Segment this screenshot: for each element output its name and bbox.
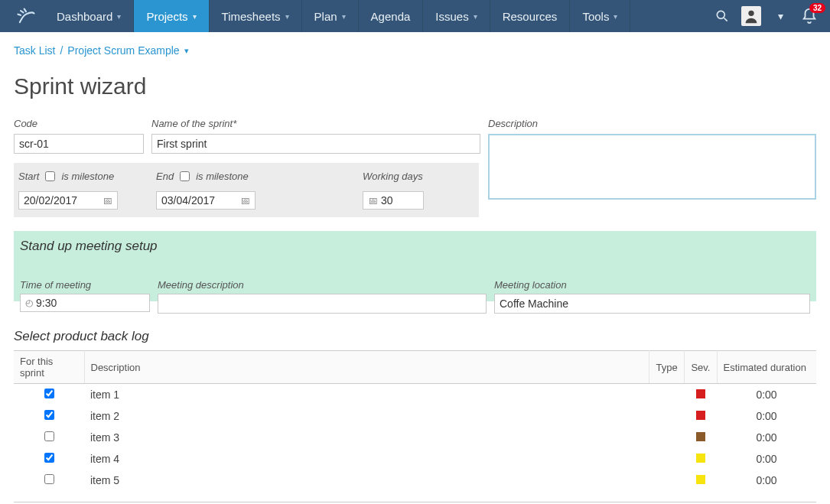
nav-item-dashboard[interactable]: Dashboard▾	[44, 0, 134, 32]
nav-item-plan[interactable]: Plan▾	[302, 0, 359, 32]
row-description: item 3	[84, 427, 649, 448]
nav-item-label: Dashboard	[57, 10, 112, 23]
severity-swatch	[696, 411, 705, 420]
svg-line-1	[724, 18, 727, 21]
nav-item-label: Agenda	[371, 10, 411, 23]
row-checkbox[interactable]	[44, 431, 54, 441]
nav-item-issues[interactable]: Issues▾	[423, 0, 490, 32]
code-input[interactable]	[14, 134, 144, 154]
backlog-table: For this sprint Description Type Sev. Es…	[14, 350, 816, 491]
meeting-loc-label: Meeting location	[494, 279, 810, 291]
col-severity[interactable]: Sev.	[685, 351, 717, 384]
row-duration: 0:00	[717, 405, 816, 427]
notifications-button[interactable]: 32	[799, 6, 819, 26]
code-label: Code	[14, 118, 144, 129]
name-input[interactable]	[151, 134, 480, 154]
end-milestone-checkbox[interactable]	[180, 171, 190, 181]
svg-point-0	[717, 11, 724, 18]
row-type	[649, 448, 685, 470]
chevron-down-icon: ▾	[614, 12, 617, 21]
row-description: item 5	[84, 470, 649, 491]
avatar-menu[interactable]: ▾	[770, 6, 790, 26]
name-label: Name of the sprint*	[151, 118, 480, 129]
row-description: item 1	[84, 384, 649, 406]
page-title: Sprint wizard	[14, 73, 816, 99]
meeting-loc-input[interactable]	[494, 294, 810, 314]
table-row: item 50:00	[14, 470, 816, 491]
description-textarea[interactable]	[488, 134, 816, 200]
row-severity	[685, 470, 717, 491]
col-type[interactable]: Type	[649, 351, 685, 384]
col-description[interactable]: Description	[84, 351, 649, 384]
breadcrumb-project[interactable]: Project Scrum Example	[67, 44, 179, 57]
meeting-time-input[interactable]: ◴ 9:30	[20, 294, 150, 312]
start-label: Start is milestone	[18, 171, 148, 182]
working-days-label: Working days	[363, 171, 424, 182]
nav-item-label: Resources	[503, 10, 558, 23]
standup-title: Stand up meeting setup	[20, 239, 810, 254]
chevron-down-icon[interactable]: ▾	[184, 46, 189, 56]
nav-item-timesheets[interactable]: Timesheets▾	[210, 0, 302, 32]
calendar-icon: 📅︎	[103, 195, 112, 206]
nav-item-label: Tools	[582, 10, 609, 23]
chevron-down-icon: ▾	[285, 12, 289, 21]
row-severity	[685, 405, 717, 427]
row-duration: 0:00	[717, 384, 816, 406]
search-icon	[714, 8, 730, 24]
row-checkbox[interactable]	[44, 389, 54, 398]
nav-item-label: Projects	[146, 10, 187, 23]
row-checkbox[interactable]	[44, 474, 54, 484]
working-days-input[interactable]: 📅︎ 30	[363, 191, 424, 210]
start-milestone-checkbox[interactable]	[45, 171, 55, 181]
calendar-icon: 📅︎	[368, 195, 378, 206]
nav-item-label: Issues	[435, 10, 468, 23]
chevron-down-icon: ▾	[117, 12, 121, 21]
app-logo[interactable]	[8, 0, 44, 32]
breadcrumb: Task List / Project Scrum Example ▾	[14, 44, 816, 57]
row-checkbox[interactable]	[44, 410, 54, 420]
row-description: item 4	[84, 448, 649, 470]
nav-item-projects[interactable]: Projects▾	[134, 0, 209, 32]
row-type	[649, 405, 685, 427]
chevron-down-icon: ▾	[193, 12, 197, 21]
end-date-input[interactable]: 03/04/2017 📅︎	[156, 191, 256, 210]
calendar-icon: 📅︎	[240, 195, 250, 206]
search-button[interactable]	[712, 6, 732, 26]
row-duration: 0:00	[717, 470, 816, 491]
chevron-down-icon: ▾	[474, 12, 477, 21]
notification-badge: 32	[809, 3, 825, 13]
chevron-down-icon: ▾	[342, 12, 346, 21]
nav-item-label: Timesheets	[222, 10, 281, 23]
breadcrumb-separator: /	[60, 44, 63, 57]
row-severity	[685, 427, 717, 448]
col-duration[interactable]: Estimated duration	[717, 351, 816, 384]
row-description: item 2	[84, 405, 649, 427]
severity-swatch	[696, 475, 705, 484]
col-for-sprint[interactable]: For this sprint	[14, 351, 84, 384]
row-checkbox[interactable]	[44, 453, 54, 463]
svg-point-2	[748, 11, 754, 16]
start-milestone-label: is milestone	[61, 171, 114, 182]
end-label: End is milestone	[156, 171, 355, 182]
row-severity	[685, 384, 717, 406]
meeting-desc-input[interactable]	[158, 294, 487, 314]
nav-item-resources[interactable]: Resources	[490, 0, 571, 32]
nav-item-agenda[interactable]: Agenda	[359, 0, 424, 32]
description-label: Description	[488, 118, 816, 129]
start-date-input[interactable]: 20/02/2017 📅︎	[18, 191, 118, 210]
row-severity	[685, 448, 717, 470]
top-navbar: Dashboard▾Projects▾Timesheets▾Plan▾Agend…	[0, 0, 830, 32]
nav-item-label: Plan	[314, 10, 337, 23]
avatar-icon	[743, 8, 760, 24]
table-row: item 10:00	[14, 384, 816, 406]
row-type	[649, 470, 685, 491]
nav-item-tools[interactable]: Tools▾	[570, 0, 630, 32]
breadcrumb-task-list[interactable]: Task List	[14, 44, 55, 57]
meeting-time-label: Time of meeting	[20, 279, 150, 291]
chevron-down-icon: ▾	[778, 10, 783, 22]
row-duration: 0:00	[717, 427, 816, 448]
avatar[interactable]	[741, 6, 761, 26]
meeting-desc-label: Meeting description	[158, 279, 487, 291]
severity-swatch	[696, 432, 705, 441]
severity-swatch	[696, 389, 705, 398]
